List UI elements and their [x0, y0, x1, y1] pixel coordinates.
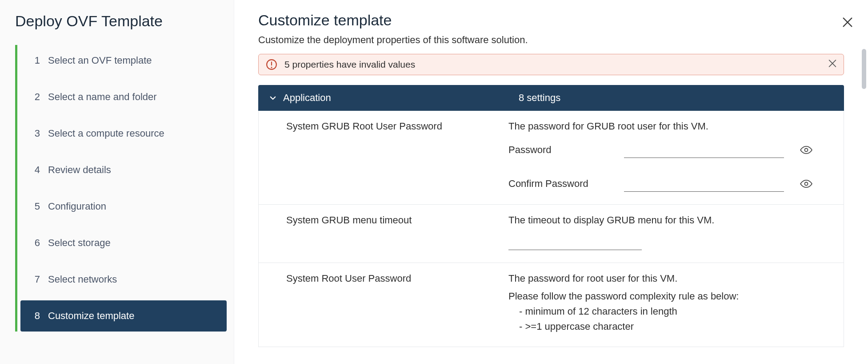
- grub-timeout-input[interactable]: [508, 234, 642, 250]
- alert-close-icon[interactable]: [828, 59, 837, 71]
- setting-label: System Root User Password: [286, 273, 508, 334]
- chevron-down-icon: [269, 94, 277, 102]
- validation-alert: 5 properties have invalid values: [258, 54, 844, 75]
- wizard-sidebar: Deploy OVF Template 1 Select an OVF temp…: [0, 0, 234, 364]
- step-number: 7: [28, 274, 40, 285]
- wizard-step-select-ovf[interactable]: 1 Select an OVF template: [20, 45, 227, 76]
- step-label: Select storage: [48, 237, 111, 249]
- setting-label: System GRUB Root User Password: [286, 121, 508, 192]
- step-number: 2: [28, 91, 40, 103]
- setting-root-password: System Root User Password The password f…: [259, 263, 844, 347]
- grub-confirm-password-input[interactable]: [624, 176, 784, 192]
- step-label: Review details: [48, 164, 111, 176]
- step-label: Customize template: [48, 310, 134, 322]
- step-label: Select a name and folder: [48, 91, 157, 103]
- settings-body: System GRUB Root User Password The passw…: [258, 111, 844, 347]
- deploy-ovf-modal: Deploy OVF Template 1 Select an OVF temp…: [0, 0, 868, 364]
- eye-icon[interactable]: [800, 178, 812, 190]
- scrollbar-thumb[interactable]: [862, 49, 866, 89]
- customize-panel: Customize template Customize the deploym…: [234, 0, 868, 364]
- wizard-step-review-details[interactable]: 4 Review details: [20, 154, 227, 186]
- rule-intro: Please follow the password complexity ru…: [508, 289, 844, 304]
- panel-title: Customize template: [258, 12, 844, 29]
- alert-error-icon: [266, 59, 277, 70]
- step-number: 5: [28, 201, 40, 212]
- setting-grub-timeout: System GRUB menu timeout The timeout to …: [259, 205, 844, 263]
- section-header-application[interactable]: Application 8 settings: [258, 85, 844, 111]
- wizard-step-name-folder[interactable]: 2 Select a name and folder: [20, 81, 227, 113]
- section-name: Application: [283, 92, 519, 104]
- confirm-password-label: Confirm Password: [508, 178, 611, 190]
- svg-point-7: [805, 149, 808, 152]
- section-summary: 8 settings: [519, 92, 560, 104]
- alert-text: 5 properties have invalid values: [284, 59, 415, 70]
- wizard-step-compute-resource[interactable]: 3 Select a compute resource: [20, 118, 227, 149]
- wizard-step-customize-template[interactable]: 8 Customize template: [20, 300, 227, 332]
- step-number: 6: [28, 237, 40, 249]
- step-label: Select networks: [48, 274, 117, 285]
- step-label: Select a compute resource: [48, 128, 164, 139]
- wizard-steps: 1 Select an OVF template 2 Select a name…: [0, 45, 234, 332]
- setting-description: The password for root user for this VM.: [508, 273, 844, 284]
- step-number: 3: [28, 128, 40, 139]
- eye-icon[interactable]: [800, 144, 812, 156]
- step-label: Configuration: [48, 201, 106, 212]
- close-icon[interactable]: [841, 16, 854, 30]
- wizard-step-select-networks[interactable]: 7 Select networks: [20, 264, 227, 295]
- step-number: 1: [28, 55, 40, 66]
- setting-description: The password for GRUB root user for this…: [508, 121, 844, 132]
- setting-label: System GRUB menu timeout: [286, 214, 508, 250]
- rule-item: - >=1 uppercase character: [508, 319, 844, 334]
- wizard-step-select-storage[interactable]: 6 Select storage: [20, 227, 227, 259]
- wizard-step-configuration[interactable]: 5 Configuration: [20, 191, 227, 222]
- step-number: 4: [28, 164, 40, 176]
- wizard-title: Deploy OVF Template: [0, 12, 234, 45]
- grub-password-input[interactable]: [624, 142, 784, 158]
- setting-description: The timeout to display GRUB menu for thi…: [508, 214, 844, 226]
- svg-point-8: [805, 182, 808, 186]
- step-number: 8: [28, 310, 40, 322]
- step-label: Select an OVF template: [48, 55, 152, 66]
- panel-description: Customize the deployment properties of t…: [258, 34, 844, 46]
- setting-grub-root-password: System GRUB Root User Password The passw…: [259, 111, 844, 205]
- password-label: Password: [508, 144, 611, 156]
- password-rules: Please follow the password complexity ru…: [508, 289, 844, 334]
- svg-point-4: [271, 67, 272, 68]
- rule-item: - minimum of 12 characters in length: [508, 304, 844, 319]
